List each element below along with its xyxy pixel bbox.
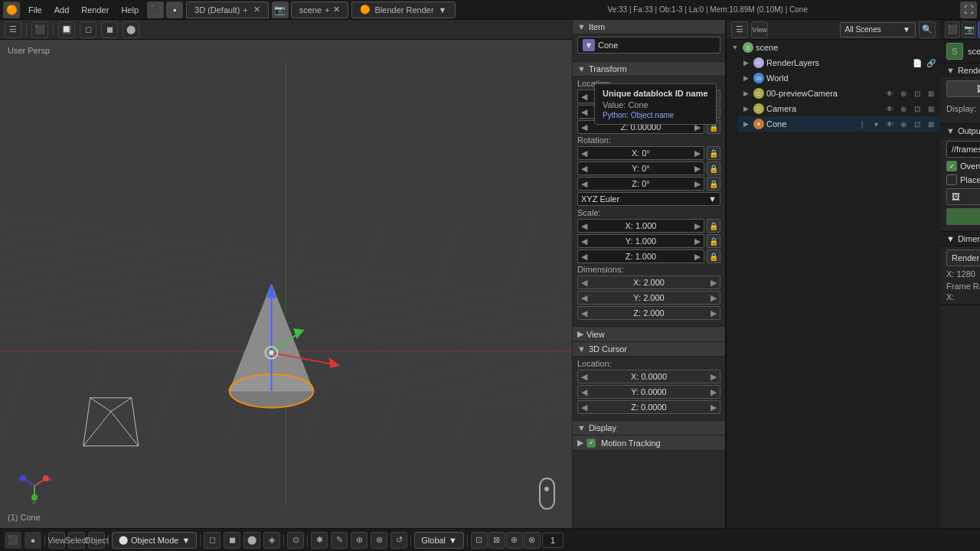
viewport-persp-icon[interactable]: 🔲 [58, 21, 75, 38]
workspace-add[interactable]: + [243, 5, 247, 15]
tl-icon-2[interactable]: ⊠ [488, 532, 505, 549]
select-menu-btn[interactable]: Select [68, 532, 85, 549]
menu-render[interactable]: Render [76, 4, 114, 16]
outliner-item-world[interactable]: ▶ W World [737, 70, 940, 86]
tool-4[interactable]: ⊗ [371, 532, 387, 549]
menu-help[interactable]: Help [116, 4, 144, 16]
cursor-x-field[interactable]: ◀ X: 0.0000 ▶ [577, 370, 720, 383]
object-menu-btn[interactable]: Object [88, 532, 105, 549]
tool-5[interactable]: ↺ [390, 532, 407, 549]
rot-x-field[interactable]: ◀ X: 0° ▶ [577, 146, 704, 160]
viewport-shading-2[interactable]: ◼ [101, 21, 118, 38]
scene-tab[interactable]: scene + ✕ [291, 2, 348, 18]
viewport-type-icon[interactable]: ⬛ [31, 21, 48, 38]
cursor-y-field[interactable]: ◀ Y: 0.0000 ▶ [577, 385, 720, 399]
bottom-icon-2[interactable]: ● [24, 532, 41, 549]
placeholders-checkbox[interactable] [946, 174, 957, 185]
format-select[interactable]: 🖼 JPEG ▼ [946, 188, 980, 205]
viewport-shade-3[interactable]: ⬤ [243, 532, 260, 549]
rot-z-right[interactable]: ▶ [694, 179, 701, 189]
dim-x-left[interactable]: ◀ [581, 278, 587, 288]
dim-z-field[interactable]: ◀ Z: 2.000 ▶ [577, 306, 720, 320]
scale-y-right[interactable]: ▶ [694, 236, 701, 246]
global-selector[interactable]: Global ▼ [414, 532, 464, 549]
renderlayers-action-2[interactable]: 🔗 [925, 57, 937, 69]
dimensions-header[interactable]: ▼ Dimensions [940, 232, 980, 246]
dim-z-left[interactable]: ◀ [581, 308, 587, 318]
scene-close[interactable]: ✕ [333, 5, 340, 15]
render-section-header[interactable]: ▼ Render [940, 64, 980, 77]
prevcam-action-4[interactable]: ⊠ [925, 87, 937, 99]
tool-1[interactable]: ✱ [311, 532, 328, 549]
outliner-item-scene[interactable]: ▼ S scene [727, 40, 940, 55]
prevcam-action-2[interactable]: ⊕ [897, 87, 910, 99]
rot-x-left[interactable]: ◀ [581, 148, 587, 158]
cam-expand[interactable]: ▶ [740, 103, 751, 114]
loc-x-left[interactable]: ◀ [581, 92, 587, 102]
outliner-item-renderlayers[interactable]: ▶ R RenderLayers 📄 🔗 [737, 55, 940, 70]
rot-z-field[interactable]: ◀ Z: 0° ▶ [577, 177, 704, 191]
world-expand[interactable]: ▶ [740, 73, 751, 83]
scale-z-left[interactable]: ◀ [581, 252, 587, 262]
renderlayers-expand[interactable]: ▶ [740, 57, 751, 68]
transform-header[interactable]: ▼ Transform [573, 62, 725, 77]
item-name-field[interactable]: ▼ Cone Unique datablock ID name Value: C… [577, 37, 720, 54]
cam-action-4[interactable]: ⊠ [925, 103, 937, 115]
scale-x-field[interactable]: ◀ X: 1.000 ▶ [577, 219, 704, 233]
outliner-item-previewcamera[interactable]: ▶ C 00-previewCamera 👁 ⊕ ⊡ ⊠ [737, 86, 940, 101]
rot-y-left[interactable]: ◀ [581, 164, 587, 174]
tool-3[interactable]: ⊕ [351, 532, 368, 549]
cam-action-3[interactable]: ⊡ [911, 103, 923, 115]
cone-action-1[interactable]: | [856, 118, 868, 130]
dim-y-left[interactable]: ◀ [581, 293, 587, 303]
rot-x-lock[interactable]: 🔒 [707, 146, 720, 160]
scale-y-left[interactable]: ◀ [581, 236, 587, 246]
viewport-canvas[interactable]: User Persp [0, 40, 572, 528]
bottom-engine-icon[interactable]: ⬛ [5, 532, 21, 549]
cone-action-6[interactable]: ⊠ [925, 118, 937, 130]
cursor-header[interactable]: ▼ 3D Cursor [573, 342, 725, 357]
menu-file[interactable]: File [23, 4, 47, 16]
euler-select[interactable]: XYZ Euler ▼ [577, 192, 720, 206]
all-scenes-selector[interactable]: All Scenes ▼ [840, 22, 916, 37]
viewport-shading-1[interactable]: ◻ [80, 21, 96, 38]
outliner-item-cone[interactable]: ▶ ▼ Cone | ▾ 👁 ⊕ ⊡ ⊠ [737, 116, 940, 132]
overwrite-checkbox[interactable]: ✓ [946, 161, 957, 171]
rot-x-right[interactable]: ▶ [694, 148, 701, 158]
scene-add[interactable]: + [325, 5, 329, 15]
viewport-3d[interactable]: ☰ ⬛ 🔲 ◻ ◼ ⬤ User Persp [0, 20, 573, 528]
quality-slider[interactable]: Quality: 90% [946, 208, 980, 225]
rprop-scene-icon[interactable]: ⬛ [945, 21, 960, 38]
dim-x-right[interactable]: ▶ [710, 278, 717, 288]
object-mode-selector[interactable]: ⬤ Object Mode ▼ [112, 532, 197, 549]
tool-2[interactable]: ✎ [331, 532, 348, 549]
dim-y-right[interactable]: ▶ [710, 293, 717, 303]
cone-action-3[interactable]: 👁 [884, 118, 896, 130]
loc-z-left[interactable]: ◀ [581, 122, 587, 132]
rprop-render-icon[interactable]: 📷 [962, 21, 977, 38]
tl-icon-3[interactable]: ⊕ [506, 532, 523, 549]
view-header[interactable]: ▶ View [573, 327, 725, 342]
prevcam-action-1[interactable]: 👁 [884, 87, 896, 99]
dim-y-field[interactable]: ◀ Y: 2.000 ▶ [577, 291, 720, 305]
cone-expand[interactable]: ▶ [740, 119, 751, 129]
scale-x-right[interactable]: ▶ [694, 221, 701, 231]
workspace-tab[interactable]: 3D (Default) + ✕ [186, 2, 269, 18]
rot-y-lock[interactable]: 🔒 [707, 161, 720, 175]
output-path-field[interactable]: //frames/frame [946, 141, 980, 158]
output-section-header[interactable]: ▼ Output [940, 124, 980, 138]
dim-x-field[interactable]: ◀ X: 2.000 ▶ [577, 276, 720, 289]
dim-z-right[interactable]: ▶ [710, 308, 717, 318]
scale-z-lock[interactable]: 🔒 [707, 249, 720, 263]
scene-expand[interactable]: ▼ [730, 42, 740, 53]
menu-add[interactable]: Add [49, 4, 75, 16]
viewport-shade-2[interactable]: ◼ [224, 532, 240, 549]
scale-x-left[interactable]: ◀ [581, 221, 587, 231]
scale-y-lock[interactable]: 🔒 [707, 234, 720, 248]
scale-x-lock[interactable]: 🔒 [707, 219, 720, 233]
fullscreen-icon[interactable]: ⛶ [960, 2, 977, 18]
workspace-close[interactable]: ✕ [253, 5, 260, 15]
tl-icon-4[interactable]: ⊗ [524, 532, 541, 549]
outliner-menu-icon[interactable]: ☰ [731, 21, 748, 38]
display-header[interactable]: ▼ Display [573, 421, 725, 435]
